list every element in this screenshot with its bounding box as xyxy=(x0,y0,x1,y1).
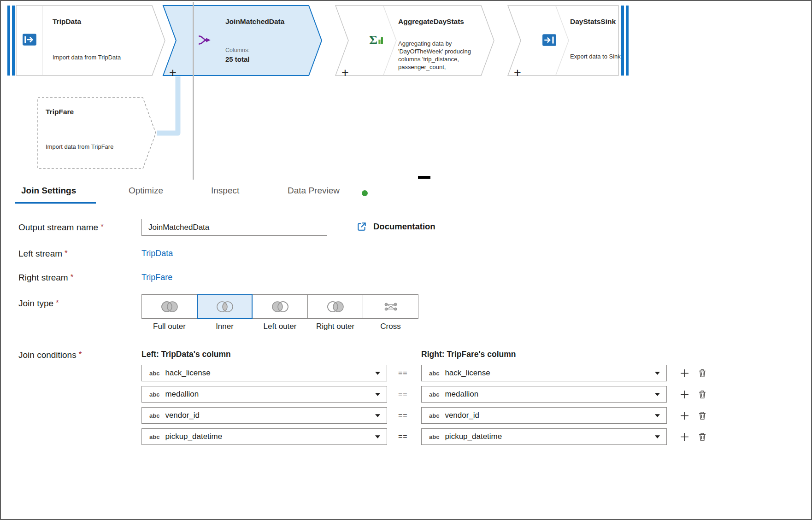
delete-condition-button-0[interactable] xyxy=(697,368,707,378)
chevron-down-icon xyxy=(655,393,660,396)
documentation-link[interactable]: Documentation xyxy=(357,222,435,232)
join-type-right-outer[interactable] xyxy=(307,294,363,319)
column-value: vendor_id xyxy=(165,411,375,420)
string-type-icon: abc xyxy=(429,370,439,377)
trash-icon xyxy=(698,411,707,421)
cross-join-icon xyxy=(380,300,401,314)
chevron-down-icon xyxy=(375,372,380,375)
join-type-label: Join type* xyxy=(18,298,59,309)
chevron-down-icon xyxy=(375,393,380,396)
chevron-down-icon xyxy=(375,414,380,417)
trash-icon xyxy=(698,390,707,399)
left-join-column-select-3[interactable]: abc pickup_datetime xyxy=(141,428,387,445)
plus-icon xyxy=(680,432,689,442)
panel-resize-handle[interactable] xyxy=(418,176,430,179)
left-join-column-select-1[interactable]: abc medallion xyxy=(141,386,387,403)
string-type-icon: abc xyxy=(429,412,439,419)
node-title: TripData xyxy=(53,18,81,26)
join-type-option-label: Cross xyxy=(363,322,418,331)
join-type-cross[interactable] xyxy=(363,294,418,319)
tab-data-preview[interactable]: Data Preview xyxy=(288,186,340,196)
plus-icon xyxy=(680,368,689,378)
add-transformation-button[interactable]: + xyxy=(169,67,177,79)
venn-left-outer-icon xyxy=(270,300,291,314)
required-marker: * xyxy=(71,273,74,281)
active-tab-underline xyxy=(15,202,96,204)
tab-inspect[interactable]: Inspect xyxy=(211,186,239,196)
required-marker: * xyxy=(79,350,82,359)
node-title: JoinMatchedData xyxy=(225,18,284,26)
label-text: Right stream xyxy=(18,273,68,282)
svg-text:Σ: Σ xyxy=(369,33,377,47)
right-join-column-select-2[interactable]: abc vendor_id xyxy=(421,407,667,424)
right-join-column-select-0[interactable]: abc hack_license xyxy=(421,365,667,381)
left-column-header: Left: TripData's column xyxy=(141,350,231,359)
left-stream-link[interactable]: TripData xyxy=(141,249,173,258)
join-type-full-outer[interactable] xyxy=(141,294,197,319)
add-condition-button-1[interactable] xyxy=(679,389,689,399)
trash-icon xyxy=(698,368,707,378)
node-tripdata[interactable]: TripData Import data from TripData xyxy=(16,6,155,76)
join-type-option-label: Inner xyxy=(197,322,253,331)
string-type-icon: abc xyxy=(149,433,159,440)
right-column-header: Right: TripFare's column xyxy=(421,350,516,359)
venn-full-outer-icon xyxy=(159,300,180,314)
string-type-icon: abc xyxy=(429,433,439,440)
join-type-option-label: Left outer xyxy=(252,322,308,331)
add-condition-button-2[interactable] xyxy=(679,410,689,421)
join-type-option-label: Right outer xyxy=(307,322,363,331)
node-description: Aggregating data by 'DayOfTheWeek' produ… xyxy=(398,40,483,71)
label-text: Left stream xyxy=(18,249,62,258)
column-value: hack_license xyxy=(445,368,655,378)
tab-join-settings[interactable]: Join Settings xyxy=(21,186,76,196)
join-type-option-label: Full outer xyxy=(141,322,197,331)
label-text: Join type xyxy=(18,298,53,308)
dataflow-canvas: TripData Import data from TripData JoinM… xyxy=(1,1,812,181)
left-join-column-select-2[interactable]: abc vendor_id xyxy=(141,407,387,424)
chevron-down-icon xyxy=(655,372,660,375)
join-type-left-outer[interactable] xyxy=(252,294,308,319)
right-stream-link[interactable]: TripFare xyxy=(141,273,172,282)
source-icon xyxy=(22,32,37,47)
column-value: pickup_datetime xyxy=(445,432,655,441)
equals-operator: == xyxy=(398,369,408,377)
columns-value: 25 total xyxy=(225,55,250,63)
column-value: medallion xyxy=(445,390,655,399)
add-condition-button-3[interactable] xyxy=(679,432,689,442)
string-type-icon: abc xyxy=(149,370,159,377)
output-stream-input[interactable] xyxy=(141,219,327,236)
label-text: Join conditions xyxy=(18,350,76,360)
tab-optimize[interactable]: Optimize xyxy=(129,186,163,196)
right-join-column-select-1[interactable]: abc medallion xyxy=(421,386,667,403)
delete-condition-button-1[interactable] xyxy=(697,389,707,399)
string-type-icon: abc xyxy=(149,412,159,419)
required-marker: * xyxy=(100,222,104,231)
node-description: Export data to Sink xyxy=(570,53,644,60)
external-link-icon xyxy=(357,222,367,232)
trash-icon xyxy=(698,432,707,442)
required-marker: * xyxy=(65,249,68,257)
node-aggregatedaystats[interactable]: Σ AggregateDayStats Aggregating data by … xyxy=(335,6,494,76)
add-transformation-button[interactable]: + xyxy=(341,67,349,79)
add-transformation-button[interactable]: + xyxy=(514,67,521,79)
left-stream-label: Left stream* xyxy=(18,249,68,259)
left-join-column-select-0[interactable]: abc hack_license xyxy=(141,365,387,381)
node-title: TripFare xyxy=(46,108,74,116)
stream-start-caps-icon xyxy=(7,6,15,76)
add-condition-button-0[interactable] xyxy=(679,368,689,378)
node-daystatssink[interactable]: DayStatsSink Export data to Sink xyxy=(508,6,618,76)
tripfare-connector-line xyxy=(157,76,178,133)
delete-condition-button-2[interactable] xyxy=(697,410,707,421)
right-stream-label: Right stream* xyxy=(18,273,73,283)
column-value: vendor_id xyxy=(445,411,655,420)
chevron-down-icon xyxy=(655,414,660,417)
plus-icon xyxy=(680,411,689,421)
join-conditions-label: Join conditions* xyxy=(18,350,82,360)
node-joinmatcheddata[interactable]: JoinMatchedData Columns: 25 total xyxy=(163,6,322,76)
delete-condition-button-3[interactable] xyxy=(697,432,707,442)
join-type-inner[interactable] xyxy=(197,294,253,319)
node-tripfare[interactable]: TripFare Import data from TripFare xyxy=(38,98,156,169)
right-join-column-select-3[interactable]: abc pickup_datetime xyxy=(421,428,667,445)
chevron-down-icon xyxy=(375,435,380,438)
required-marker: * xyxy=(56,298,59,307)
